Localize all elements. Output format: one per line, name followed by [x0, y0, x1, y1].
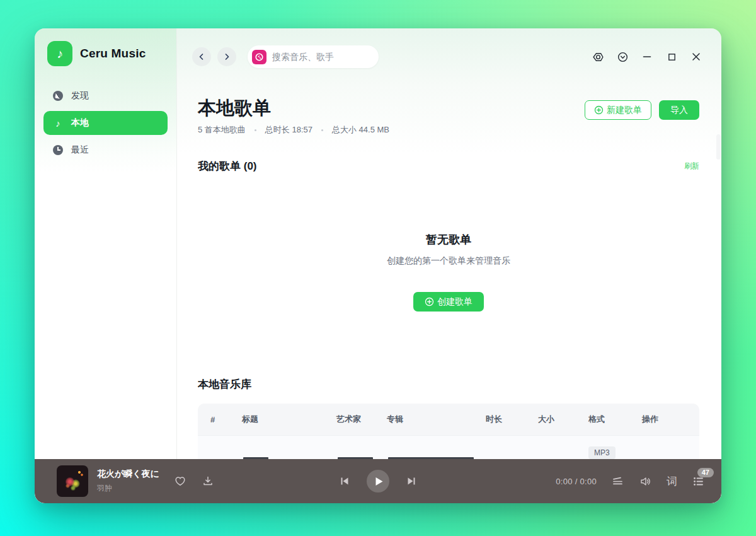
playback-time: 0:00 / 0:00: [556, 477, 597, 486]
format-badge: MP3: [588, 446, 616, 459]
create-playlist-label: 创建歌单: [437, 296, 472, 308]
dot-separator: [255, 129, 256, 131]
lyrics-icon: 词: [667, 474, 677, 489]
table-row[interactable]: MP3: [198, 435, 699, 459]
sidebar-item-label: 发现: [71, 90, 89, 102]
plus-circle-icon: [425, 297, 434, 306]
sidebar-item-discover[interactable]: 发现: [43, 84, 168, 108]
favorite-button[interactable]: [174, 475, 186, 487]
sidebar-item-label: 本地: [71, 117, 89, 129]
stat-total-duration: 总时长 18:57: [265, 124, 312, 136]
library-stats: 5 首本地歌曲 总时长 18:57 总大小 44.5 MB: [198, 124, 389, 136]
stat-total-size: 总大小 44.5 MB: [332, 124, 389, 136]
player-bar: 花火が瞬く夜に 羽肿: [35, 459, 721, 503]
create-playlist-button[interactable]: 创建歌单: [413, 292, 484, 312]
next-track-button[interactable]: [406, 475, 417, 487]
maximize-button[interactable]: [665, 50, 678, 63]
skip-next-icon: [406, 475, 417, 487]
app-logo-icon: ♪: [47, 41, 72, 66]
play-mode-button[interactable]: [611, 475, 624, 488]
app-logo-row: ♪ Ceru Music: [35, 41, 176, 66]
close-button[interactable]: [690, 50, 702, 63]
track-artist: 羽肿: [97, 483, 168, 494]
download-button[interactable]: [202, 475, 214, 487]
app-title: Ceru Music: [80, 47, 146, 61]
column-header-duration: 时长: [486, 414, 538, 425]
music-note-icon: ♪: [52, 117, 64, 129]
new-playlist-label: 新建歌单: [607, 105, 642, 116]
app-window: ♪ Ceru Music 发现 ♪ 本地 最近: [35, 28, 721, 503]
lyrics-button[interactable]: 词: [667, 474, 677, 489]
dot-separator: [321, 129, 323, 131]
track-title: 花火が瞬く夜に: [97, 469, 168, 480]
my-playlists-title: 我的歌单 (0): [198, 159, 257, 173]
play-button[interactable]: [367, 470, 389, 492]
minimize-icon: [642, 52, 652, 62]
sidebar-item-label: 最近: [71, 144, 89, 156]
empty-state-title: 暂无歌单: [198, 232, 699, 247]
update-check-button[interactable]: [616, 50, 629, 63]
chevron-right-icon: [223, 53, 231, 61]
column-header-actions: 操作: [642, 414, 699, 425]
download-icon: [202, 475, 214, 487]
chevron-left-icon: [198, 53, 205, 61]
column-header-album: 专辑: [387, 414, 486, 425]
column-header-title: 标题: [242, 414, 336, 425]
main-content: 本地歌单 5 首本地歌曲 总时长 18:57 总大小 44.5 MB: [177, 85, 721, 459]
compass-icon: [52, 90, 64, 102]
page-title: 本地歌单: [198, 98, 389, 119]
refresh-button[interactable]: 刷新: [684, 161, 699, 172]
circle-chevron-down-icon: [617, 51, 629, 63]
empty-playlists-state: 暂无歌单 创建您的第一个歌单来管理音乐 创建歌单: [198, 232, 699, 312]
play-order-icon: [611, 475, 624, 488]
heart-icon: [174, 475, 186, 487]
search-bar[interactable]: [248, 45, 379, 68]
new-playlist-button[interactable]: 新建歌单: [585, 100, 651, 120]
close-icon: [691, 52, 701, 62]
nav-forward-button[interactable]: [217, 47, 236, 66]
nav-back-button[interactable]: [192, 47, 211, 66]
stat-song-count: 5 首本地歌曲: [198, 124, 246, 136]
minimize-button[interactable]: [641, 50, 653, 63]
column-header-index: #: [210, 415, 242, 424]
speaker-icon: [639, 475, 652, 488]
library-table: # 标题 艺术家 专辑 时长 大小 格式 操作 MP3: [198, 404, 699, 459]
column-header-artist: 艺术家: [336, 414, 387, 425]
empty-state-subtitle: 创建您的第一个歌单来管理音乐: [198, 255, 699, 267]
sidebar-item-local[interactable]: ♪ 本地: [43, 111, 168, 135]
gear-icon: [592, 51, 604, 63]
sidebar-nav: 发现 ♪ 本地 最近: [35, 84, 176, 162]
settings-button[interactable]: [592, 50, 604, 63]
album-art[interactable]: [57, 465, 88, 497]
topbar: [177, 28, 721, 85]
volume-button[interactable]: [639, 475, 652, 488]
music-source-icon[interactable]: [252, 50, 266, 64]
local-library-title: 本地音乐库: [198, 377, 699, 392]
sidebar-item-recent[interactable]: 最近: [43, 138, 168, 162]
import-button[interactable]: 导入: [659, 100, 699, 120]
table-header-row: # 标题 艺术家 专辑 时长 大小 格式 操作: [198, 404, 699, 435]
play-icon: [374, 477, 384, 486]
search-input[interactable]: [272, 52, 386, 62]
queue-count-badge: 47: [697, 468, 714, 477]
maximize-icon: [667, 52, 677, 62]
plus-circle-icon: [594, 105, 604, 115]
column-header-format: 格式: [588, 414, 642, 425]
previous-track-button[interactable]: [339, 475, 350, 487]
scrollbar[interactable]: [716, 134, 721, 160]
kugou-logo-icon: [255, 52, 264, 62]
import-label: 导入: [670, 105, 688, 116]
clock-icon: [52, 144, 64, 156]
sidebar: ♪ Ceru Music 发现 ♪ 本地 最近: [35, 28, 177, 459]
skip-previous-icon: [339, 475, 350, 487]
column-header-size: 大小: [538, 414, 588, 425]
